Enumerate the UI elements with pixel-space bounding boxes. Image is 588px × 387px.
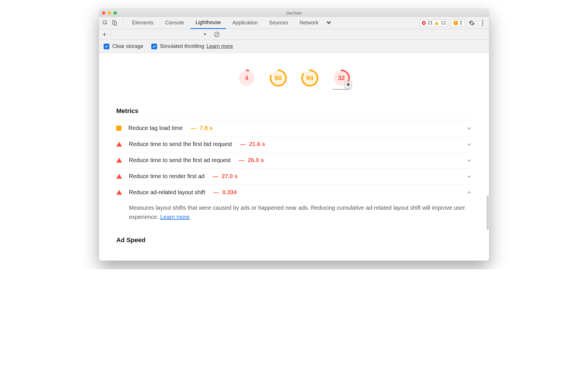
clear-storage-label: Clear storage [112, 43, 143, 49]
inspect-icon[interactable] [101, 19, 109, 27]
metric-row[interactable]: Reduce tag load time— 7.8 s [116, 120, 472, 136]
chevron-up-icon [467, 190, 472, 195]
titlebar: DevTools [99, 9, 489, 17]
tab-console[interactable]: Console [160, 17, 189, 29]
fail-marker-icon [116, 142, 122, 147]
traffic-lights [102, 11, 117, 15]
report-content: Metrics Reduce tag load time— 7.8 sReduc… [99, 107, 489, 260]
metric-row[interactable]: Reduce time to send the first ad request… [116, 152, 472, 168]
error-icon [421, 21, 426, 25]
score-gauge[interactable]: 80 [269, 69, 287, 90]
score-value: 4 [238, 69, 256, 87]
metric-description: Measures layout shifts that were caused … [116, 200, 472, 227]
metric-title: Reduce tag load time [128, 125, 183, 131]
ad-speed-heading: Ad Speed [116, 236, 472, 244]
metric-value: — 27.0 s [211, 173, 237, 180]
gear-icon[interactable] [468, 19, 476, 27]
chevron-down-icon [467, 142, 472, 147]
metric-title: Reduce time to render first ad [129, 173, 204, 180]
svg-point-9 [482, 20, 483, 21]
close-window-button[interactable] [102, 11, 105, 15]
svg-point-11 [482, 24, 483, 26]
metric-row[interactable]: Reduce ad-related layout shift— 0.334 [116, 184, 472, 200]
metric-title: Reduce time to send the first bid reques… [129, 141, 232, 147]
chevron-down-icon [467, 158, 472, 163]
tab-application[interactable]: Application [227, 17, 263, 29]
score-gauge[interactable]: 32 [332, 69, 350, 90]
clear-storage-option[interactable]: Clear storage [104, 43, 143, 49]
metric-value: — 26.0 s [237, 157, 264, 164]
svg-rect-2 [114, 22, 117, 25]
score-gauge[interactable]: 4 [238, 69, 256, 90]
chevron-down-icon [467, 174, 472, 179]
console-errors-warnings[interactable]: 21 12 [419, 20, 448, 26]
score-gauges: 4808432 [99, 53, 489, 98]
divider [123, 19, 123, 27]
metrics-heading: Metrics [116, 107, 472, 115]
device-icon[interactable] [111, 19, 119, 27]
metrics-list: Reduce tag load time— 7.8 sReduce time t… [116, 120, 472, 227]
dropdown-icon[interactable] [203, 33, 207, 36]
chevron-down-icon [467, 126, 472, 131]
devtools-window: DevTools Elements Console Lighthouse App… [99, 9, 489, 261]
learn-more-link[interactable]: Learn more [206, 43, 233, 49]
metric-value: — 0.334 [212, 189, 237, 196]
svg-point-10 [482, 22, 483, 23]
issue-count: 2 [460, 20, 462, 26]
puzzle-icon [345, 81, 352, 89]
simulated-throttling-option[interactable]: Simulated throttling [151, 43, 204, 49]
minimize-window-button[interactable] [108, 11, 111, 15]
issues-badge[interactable]: 2 [451, 20, 465, 26]
lighthouse-options: Clear storage Simulated throttling Learn… [99, 40, 489, 53]
fail-marker-icon [116, 174, 122, 179]
fail-marker-icon [116, 158, 122, 163]
metric-value: — 21.6 s [238, 141, 265, 147]
fail-marker-icon [116, 190, 122, 195]
window-title: DevTools [99, 11, 489, 15]
svg-rect-8 [455, 24, 456, 24]
score-gauge[interactable]: 84 [301, 69, 319, 90]
average-marker-icon [116, 126, 121, 131]
checkbox-checked-icon [151, 44, 157, 49]
tab-elements[interactable]: Elements [127, 17, 159, 29]
svg-rect-7 [455, 22, 456, 23]
clear-icon[interactable] [214, 31, 220, 38]
tab-network[interactable]: Network [294, 17, 324, 29]
error-count: 21 [428, 20, 433, 26]
divider [111, 31, 111, 38]
simulated-throttling-label: Simulated throttling [160, 43, 204, 49]
warning-count: 12 [441, 20, 446, 26]
new-report-button[interactable]: + [102, 30, 107, 38]
metric-title: Reduce time to send the first ad request [129, 157, 231, 164]
metric-title: Reduce ad-related layout shift [129, 189, 205, 196]
more-tabs-icon[interactable] [325, 19, 333, 27]
score-value: 80 [269, 69, 287, 87]
score-value: 84 [301, 69, 319, 87]
tab-sources[interactable]: Sources [264, 17, 293, 29]
metric-row[interactable]: Reduce time to send the first bid reques… [116, 136, 472, 152]
issue-icon [453, 21, 458, 25]
metric-row[interactable]: Reduce time to render first ad— 27.0 s [116, 168, 472, 184]
kebab-icon[interactable] [479, 19, 487, 27]
tab-lighthouse[interactable]: Lighthouse [190, 17, 226, 29]
checkbox-checked-icon [104, 44, 109, 49]
scrollbar-thumb[interactable] [487, 195, 489, 230]
devtools-tabbar: Elements Console Lighthouse Application … [99, 17, 489, 29]
metric-value: — 7.8 s [189, 125, 212, 131]
lighthouse-subbar: + [99, 29, 489, 40]
zoom-window-button[interactable] [113, 11, 117, 15]
learn-more-link[interactable]: Learn more [160, 214, 189, 220]
warning-icon [434, 21, 439, 25]
svg-rect-4 [436, 22, 437, 24]
svg-rect-5 [436, 24, 437, 24]
